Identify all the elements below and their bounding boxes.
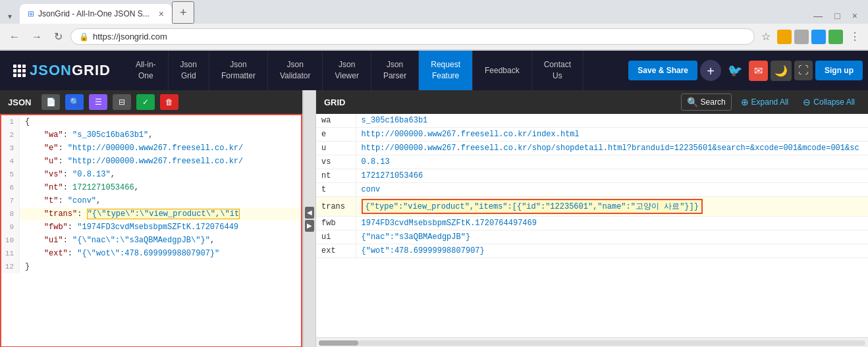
json-collapse-button[interactable]: ⊟ [113,94,131,110]
json-line-9: 9 "fwb": "1974FD3cvdMsebsbpmSZFtK.172076… [1,221,301,234]
json-search-button[interactable]: 🔍 [65,94,84,110]
json-panel-title: JSON [8,97,31,107]
grid-tools: 🔍 Search ⊕ Expand All ⊖ Collapse All [681,93,860,111]
table-row: ui{"nac":"s3aQBMAedgpJB"} [316,230,868,244]
table-row: trans{"type":"view_product","items":[{"i… [316,197,868,217]
resize-handle[interactable]: ◀ ▶ [303,90,316,347]
json-copy-button[interactable]: 📄 [41,94,60,110]
back-button[interactable]: ← [5,28,24,45]
grid-panel: GRID 🔍 Search ⊕ Expand All ⊖ Collapse Al… [316,90,868,347]
json-line-3: 3 "e": "http://000000.www267.freesell.co… [1,142,301,155]
expand-icon: ⊕ [741,97,749,107]
nav-all-in-one[interactable]: All-in- One [124,51,169,90]
plus-icon-button[interactable]: + [700,60,721,81]
json-line-10: 10 "ui": "{\"nac\":\"s3aQBMAedgpJB\"}", [1,234,301,247]
scroll-track[interactable] [319,340,865,346]
grid-key-cell: ui [316,230,356,244]
json-line-12: 12 } [1,260,301,273]
twitter-button[interactable]: 🐦 [724,59,746,82]
resize-left-btn[interactable]: ◀ [305,207,314,219]
json-panel: JSON 📄 🔍 ☰ ⊟ ✓ 🗑 1 { 2 "wa": "s_305c16ba… [0,90,303,347]
grid-value-cell: 1721271053466 [356,169,868,183]
json-panel-header: JSON 📄 🔍 ☰ ⊟ ✓ 🗑 [0,90,302,114]
grid-value-cell: s_305c16ba63b1 [356,114,868,128]
bottom-scrollbar[interactable] [316,337,868,347]
nav-json-grid[interactable]: Json Grid [169,51,209,90]
resize-right-btn[interactable]: ▶ [305,220,314,232]
grid-value-cell: {"nac":"s3aQBMAedgpJB"} [356,230,868,244]
tab-close-btn[interactable]: × [159,9,164,19]
json-line-2: 2 "wa": "s_305c16ba63b1", [1,128,301,142]
nav-all-in-one-line2: One [138,70,153,82]
json-line-1: 1 { [1,115,301,128]
grid-collapse-button[interactable]: ⊖ Collapse All [798,94,860,110]
json-clear-button[interactable]: 🗑 [160,94,178,110]
grid-key-cell: t [316,183,356,197]
logo-grid-icon [13,65,26,77]
nav-json-validator[interactable]: Json Validator [268,51,323,90]
nav-request-feature[interactable]: Request Feature [419,51,473,90]
mail-button[interactable]: ✉ [749,61,768,81]
forward-button[interactable]: → [28,28,46,45]
json-line-8: 8 "trans": "{\"type\":\"view_product\",\… [1,207,301,221]
nav-feedback[interactable]: Feedback [473,51,532,90]
sign-up-button[interactable]: Sign up [815,61,863,80]
grid-value-cell: 0.8.13 [356,155,868,169]
maximize-button[interactable]: □ [829,8,845,24]
bookmark-button[interactable]: ☆ [759,28,773,45]
json-content[interactable]: 1 { 2 "wa": "s_305c16ba63b1", 3 "e": "ht… [0,114,302,347]
tab-nav-prev[interactable]: ▾ [5,9,14,24]
json-line-7: 7 "t": "conv", [1,194,301,207]
grid-panel-header: GRID 🔍 Search ⊕ Expand All ⊖ Collapse Al… [316,90,868,114]
save-share-button[interactable]: Save & Share [628,61,697,80]
resize-arrows: ◀ ▶ [305,207,314,232]
address-text: https://jsongrid.com [93,32,746,41]
grid-key-cell: fwb [316,217,356,230]
table-row: nt1721271053466 [316,169,868,183]
grid-key-cell: nt [316,169,356,183]
table-row: ehttp://000000.www267.freesell.co.kr/ind… [316,128,868,142]
address-bar[interactable]: 🔒 https://jsongrid.com [70,28,755,45]
json-line-11: 11 "ext": "{\"wot\":478.69999998807907}" [1,247,301,260]
header-actions: Save & Share + 🐦 ✉ 🌙 ⛶ Sign up [623,59,868,82]
grid-value-cell: {"wot":478.69999998807907} [356,244,868,258]
grid-value-cell: http://000000.www267.freesell.co.kr/inde… [356,128,868,142]
json-line-4: 4 "u": "http://000000.www267.freesell.co… [1,155,301,168]
table-row: vs0.8.13 [316,155,868,169]
table-row: was_305c16ba63b1 [316,114,868,128]
nav-links: All-in- One Json Grid Json Formatter Jso… [124,51,583,90]
fullscreen-button[interactable]: ⛶ [794,61,813,80]
grid-key-cell: u [316,142,356,155]
nav-json-viewer[interactable]: Json Viewer [323,51,371,90]
collapse-icon: ⊖ [803,97,811,107]
nav-json-parser[interactable]: Json Parser [371,51,419,90]
app-header: JSONGRID All-in- One Json Grid Json Form… [0,51,868,90]
json-format-button[interactable]: ☰ [89,94,107,110]
table-row: ext{"wot":478.69999998807907} [316,244,868,258]
grid-search-button[interactable]: 🔍 Search [681,93,732,111]
grid-value-cell: http://000000.www267.freesell.co.kr/shop… [356,142,868,155]
tab-title: JsonGrid - All-In-One JSON S... [38,9,149,18]
new-tab-button[interactable]: + [172,1,195,24]
logo-section: JSONGRID [0,62,124,79]
collapse-label: Collapse All [813,97,855,107]
table-row: fwb1974FD3cvdMsebsbpmSZFtK.1720764497469 [316,217,868,230]
menu-button[interactable]: ⋮ [847,28,863,45]
grid-expand-button[interactable]: ⊕ Expand All [736,94,794,110]
tab-bar: ▾ ⊞ JsonGrid - All-In-One JSON S... × + … [0,0,868,24]
grid-content[interactable]: was_305c16ba63b1ehttp://000000.www267.fr… [316,114,868,337]
nav-json-formatter[interactable]: Json Formatter [209,51,268,90]
nav-contact-us[interactable]: Contact Us [532,51,583,90]
grid-table: was_305c16ba63b1ehttp://000000.www267.fr… [316,114,868,258]
theme-toggle[interactable]: 🌙 [771,61,792,81]
tab-favicon: ⊞ [28,9,34,18]
json-line-6: 6 "nt": 1721271053466, [1,181,301,194]
grid-value-cell: conv [356,183,868,197]
table-row: uhttp://000000.www267.freesell.co.kr/sho… [316,142,868,155]
json-validate-button[interactable]: ✓ [136,94,155,110]
close-button[interactable]: × [847,8,863,24]
scroll-thumb[interactable] [319,340,358,346]
reload-button[interactable]: ↻ [50,28,67,45]
active-tab[interactable]: ⊞ JsonGrid - All-In-One JSON S... × [20,4,172,24]
minimize-button[interactable]: — [808,8,828,24]
